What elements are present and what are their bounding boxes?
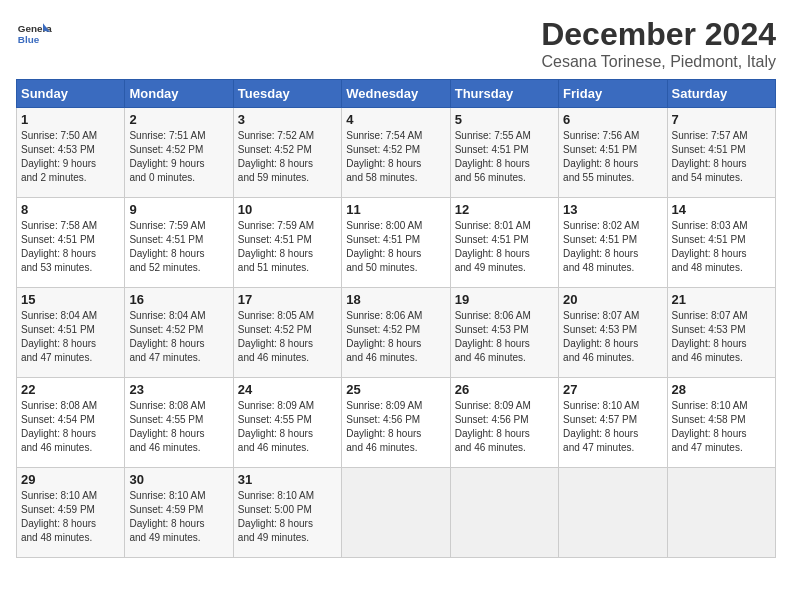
- day-cell-25: 25Sunrise: 8:09 AM Sunset: 4:56 PM Dayli…: [342, 378, 450, 468]
- day-cell-2: 2Sunrise: 7:51 AM Sunset: 4:52 PM Daylig…: [125, 108, 233, 198]
- day-number: 31: [238, 472, 337, 487]
- day-number: 29: [21, 472, 120, 487]
- day-info: Sunrise: 7:58 AM Sunset: 4:51 PM Dayligh…: [21, 219, 120, 275]
- day-cell-18: 18Sunrise: 8:06 AM Sunset: 4:52 PM Dayli…: [342, 288, 450, 378]
- empty-cell: [450, 468, 558, 558]
- day-info: Sunrise: 7:56 AM Sunset: 4:51 PM Dayligh…: [563, 129, 662, 185]
- day-info: Sunrise: 8:10 AM Sunset: 5:00 PM Dayligh…: [238, 489, 337, 545]
- day-info: Sunrise: 7:51 AM Sunset: 4:52 PM Dayligh…: [129, 129, 228, 185]
- day-cell-5: 5Sunrise: 7:55 AM Sunset: 4:51 PM Daylig…: [450, 108, 558, 198]
- day-info: Sunrise: 7:52 AM Sunset: 4:52 PM Dayligh…: [238, 129, 337, 185]
- day-cell-12: 12Sunrise: 8:01 AM Sunset: 4:51 PM Dayli…: [450, 198, 558, 288]
- day-cell-1: 1Sunrise: 7:50 AM Sunset: 4:53 PM Daylig…: [17, 108, 125, 198]
- day-info: Sunrise: 8:01 AM Sunset: 4:51 PM Dayligh…: [455, 219, 554, 275]
- day-info: Sunrise: 8:00 AM Sunset: 4:51 PM Dayligh…: [346, 219, 445, 275]
- day-number: 21: [672, 292, 771, 307]
- calendar-title: December 2024: [541, 16, 776, 53]
- day-cell-4: 4Sunrise: 7:54 AM Sunset: 4:52 PM Daylig…: [342, 108, 450, 198]
- day-info: Sunrise: 8:10 AM Sunset: 4:59 PM Dayligh…: [21, 489, 120, 545]
- day-number: 8: [21, 202, 120, 217]
- day-number: 23: [129, 382, 228, 397]
- day-number: 6: [563, 112, 662, 127]
- day-cell-28: 28Sunrise: 8:10 AM Sunset: 4:58 PM Dayli…: [667, 378, 775, 468]
- empty-cell: [559, 468, 667, 558]
- calendar-table: SundayMondayTuesdayWednesdayThursdayFrid…: [16, 79, 776, 558]
- day-cell-21: 21Sunrise: 8:07 AM Sunset: 4:53 PM Dayli…: [667, 288, 775, 378]
- weekday-header-saturday: Saturday: [667, 80, 775, 108]
- day-number: 7: [672, 112, 771, 127]
- week-row-2: 8Sunrise: 7:58 AM Sunset: 4:51 PM Daylig…: [17, 198, 776, 288]
- weekday-header-monday: Monday: [125, 80, 233, 108]
- day-info: Sunrise: 8:06 AM Sunset: 4:52 PM Dayligh…: [346, 309, 445, 365]
- day-info: Sunrise: 7:59 AM Sunset: 4:51 PM Dayligh…: [238, 219, 337, 275]
- day-cell-11: 11Sunrise: 8:00 AM Sunset: 4:51 PM Dayli…: [342, 198, 450, 288]
- day-info: Sunrise: 8:04 AM Sunset: 4:51 PM Dayligh…: [21, 309, 120, 365]
- day-cell-14: 14Sunrise: 8:03 AM Sunset: 4:51 PM Dayli…: [667, 198, 775, 288]
- logo: General Blue: [16, 16, 52, 52]
- day-info: Sunrise: 8:08 AM Sunset: 4:54 PM Dayligh…: [21, 399, 120, 455]
- day-number: 1: [21, 112, 120, 127]
- day-cell-9: 9Sunrise: 7:59 AM Sunset: 4:51 PM Daylig…: [125, 198, 233, 288]
- day-number: 9: [129, 202, 228, 217]
- day-cell-22: 22Sunrise: 8:08 AM Sunset: 4:54 PM Dayli…: [17, 378, 125, 468]
- day-info: Sunrise: 7:57 AM Sunset: 4:51 PM Dayligh…: [672, 129, 771, 185]
- day-number: 14: [672, 202, 771, 217]
- day-cell-17: 17Sunrise: 8:05 AM Sunset: 4:52 PM Dayli…: [233, 288, 341, 378]
- day-cell-20: 20Sunrise: 8:07 AM Sunset: 4:53 PM Dayli…: [559, 288, 667, 378]
- weekday-header-sunday: Sunday: [17, 80, 125, 108]
- day-info: Sunrise: 8:03 AM Sunset: 4:51 PM Dayligh…: [672, 219, 771, 275]
- day-info: Sunrise: 7:59 AM Sunset: 4:51 PM Dayligh…: [129, 219, 228, 275]
- day-number: 28: [672, 382, 771, 397]
- day-cell-13: 13Sunrise: 8:02 AM Sunset: 4:51 PM Dayli…: [559, 198, 667, 288]
- day-number: 22: [21, 382, 120, 397]
- day-info: Sunrise: 8:07 AM Sunset: 4:53 PM Dayligh…: [563, 309, 662, 365]
- empty-cell: [667, 468, 775, 558]
- week-row-5: 29Sunrise: 8:10 AM Sunset: 4:59 PM Dayli…: [17, 468, 776, 558]
- day-info: Sunrise: 8:04 AM Sunset: 4:52 PM Dayligh…: [129, 309, 228, 365]
- day-cell-27: 27Sunrise: 8:10 AM Sunset: 4:57 PM Dayli…: [559, 378, 667, 468]
- day-info: Sunrise: 8:09 AM Sunset: 4:56 PM Dayligh…: [346, 399, 445, 455]
- weekday-header-row: SundayMondayTuesdayWednesdayThursdayFrid…: [17, 80, 776, 108]
- day-number: 19: [455, 292, 554, 307]
- day-info: Sunrise: 8:08 AM Sunset: 4:55 PM Dayligh…: [129, 399, 228, 455]
- day-cell-24: 24Sunrise: 8:09 AM Sunset: 4:55 PM Dayli…: [233, 378, 341, 468]
- day-cell-26: 26Sunrise: 8:09 AM Sunset: 4:56 PM Dayli…: [450, 378, 558, 468]
- day-cell-29: 29Sunrise: 8:10 AM Sunset: 4:59 PM Dayli…: [17, 468, 125, 558]
- day-info: Sunrise: 8:10 AM Sunset: 4:59 PM Dayligh…: [129, 489, 228, 545]
- day-cell-15: 15Sunrise: 8:04 AM Sunset: 4:51 PM Dayli…: [17, 288, 125, 378]
- day-info: Sunrise: 8:09 AM Sunset: 4:56 PM Dayligh…: [455, 399, 554, 455]
- week-row-1: 1Sunrise: 7:50 AM Sunset: 4:53 PM Daylig…: [17, 108, 776, 198]
- day-info: Sunrise: 8:06 AM Sunset: 4:53 PM Dayligh…: [455, 309, 554, 365]
- day-number: 3: [238, 112, 337, 127]
- day-info: Sunrise: 8:07 AM Sunset: 4:53 PM Dayligh…: [672, 309, 771, 365]
- day-number: 15: [21, 292, 120, 307]
- day-cell-23: 23Sunrise: 8:08 AM Sunset: 4:55 PM Dayli…: [125, 378, 233, 468]
- day-number: 26: [455, 382, 554, 397]
- day-info: Sunrise: 7:54 AM Sunset: 4:52 PM Dayligh…: [346, 129, 445, 185]
- day-info: Sunrise: 8:02 AM Sunset: 4:51 PM Dayligh…: [563, 219, 662, 275]
- day-cell-3: 3Sunrise: 7:52 AM Sunset: 4:52 PM Daylig…: [233, 108, 341, 198]
- day-cell-30: 30Sunrise: 8:10 AM Sunset: 4:59 PM Dayli…: [125, 468, 233, 558]
- svg-text:Blue: Blue: [18, 34, 40, 45]
- day-info: Sunrise: 8:10 AM Sunset: 4:58 PM Dayligh…: [672, 399, 771, 455]
- day-number: 27: [563, 382, 662, 397]
- weekday-header-tuesday: Tuesday: [233, 80, 341, 108]
- day-number: 30: [129, 472, 228, 487]
- day-number: 18: [346, 292, 445, 307]
- day-number: 10: [238, 202, 337, 217]
- day-cell-16: 16Sunrise: 8:04 AM Sunset: 4:52 PM Dayli…: [125, 288, 233, 378]
- weekday-header-thursday: Thursday: [450, 80, 558, 108]
- day-number: 5: [455, 112, 554, 127]
- week-row-4: 22Sunrise: 8:08 AM Sunset: 4:54 PM Dayli…: [17, 378, 776, 468]
- day-info: Sunrise: 8:10 AM Sunset: 4:57 PM Dayligh…: [563, 399, 662, 455]
- day-number: 25: [346, 382, 445, 397]
- day-cell-7: 7Sunrise: 7:57 AM Sunset: 4:51 PM Daylig…: [667, 108, 775, 198]
- weekday-header-friday: Friday: [559, 80, 667, 108]
- day-number: 11: [346, 202, 445, 217]
- logo-icon: General Blue: [16, 16, 52, 52]
- day-info: Sunrise: 8:05 AM Sunset: 4:52 PM Dayligh…: [238, 309, 337, 365]
- day-number: 17: [238, 292, 337, 307]
- day-number: 2: [129, 112, 228, 127]
- day-number: 13: [563, 202, 662, 217]
- calendar-subtitle: Cesana Torinese, Piedmont, Italy: [541, 53, 776, 71]
